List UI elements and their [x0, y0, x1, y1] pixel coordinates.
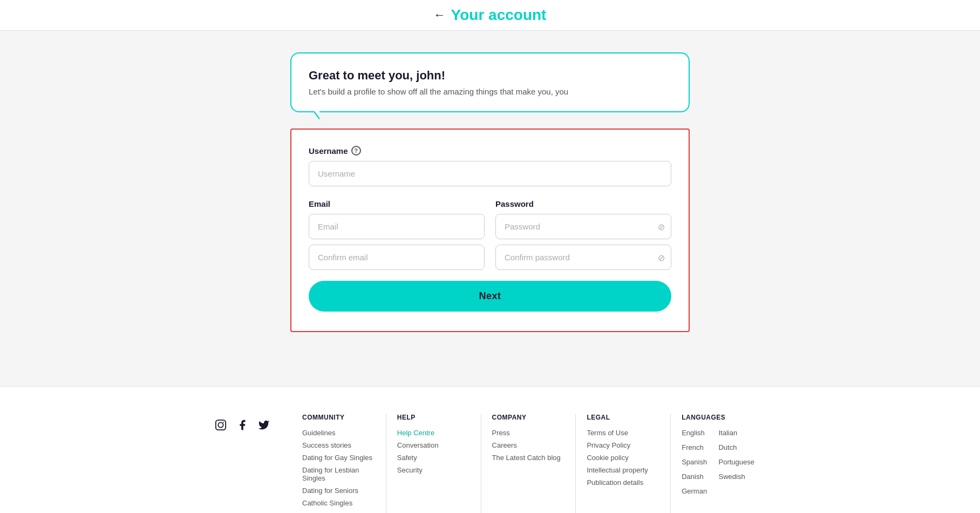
account-form: Username ? Email Password ⊘	[290, 129, 690, 332]
instagram-icon[interactable]	[215, 419, 227, 434]
footer-link-gay[interactable]: Dating for Gay Singles	[302, 454, 375, 462]
footer-languages-col: LANGUAGES English Italian French Dutch S…	[671, 414, 765, 513]
username-field-group: Username ?	[309, 146, 671, 195]
footer-link-helpcentre[interactable]: Help Centre	[397, 429, 470, 437]
lang-swedish[interactable]: Swedish	[718, 473, 754, 481]
footer-link-blog[interactable]: The Latest Catch blog	[492, 454, 565, 462]
page-header: ← Your account	[0, 0, 980, 31]
svg-point-2	[223, 422, 224, 423]
bubble-greeting: Great to meet you, john!	[309, 69, 671, 83]
footer-link-press[interactable]: Press	[492, 429, 565, 437]
twitter-icon[interactable]	[258, 419, 270, 434]
page-title: Your account	[451, 6, 547, 24]
svg-rect-0	[216, 420, 226, 430]
facebook-icon[interactable]	[236, 419, 248, 434]
footer-link-safety[interactable]: Safety	[397, 454, 470, 462]
footer-links: COMMUNITY Guidelines Success stories Dat…	[291, 414, 765, 513]
lang-spanish[interactable]: Spanish	[682, 458, 713, 466]
footer-link-privacy[interactable]: Privacy Policy	[587, 441, 659, 449]
lang-italian[interactable]: Italian	[718, 429, 754, 437]
footer-link-terms[interactable]: Terms of Use	[587, 429, 659, 437]
password-group: ⊘ ⊘	[495, 214, 671, 270]
lang-danish[interactable]: Danish	[682, 473, 713, 481]
languages-grid: English Italian French Dutch Spanish Por…	[682, 429, 754, 500]
password-column: Password ⊘ ⊘	[495, 199, 671, 270]
confirm-password-input-wrapper: ⊘	[495, 245, 671, 270]
languages-title: LANGUAGES	[682, 414, 754, 421]
lang-french[interactable]: French	[682, 443, 713, 451]
lang-english[interactable]: English	[682, 429, 713, 437]
email-input[interactable]	[309, 214, 485, 239]
legal-title: LEGAL	[587, 414, 659, 421]
footer-link-conversation[interactable]: Conversation	[397, 441, 470, 449]
footer-link-success[interactable]: Success stories	[302, 441, 375, 449]
svg-point-1	[218, 422, 223, 427]
footer-link-publication[interactable]: Publication details	[587, 478, 659, 487]
password-input-wrapper: ⊘	[495, 214, 671, 239]
footer-link-seniors[interactable]: Dating for Seniors	[302, 487, 375, 495]
back-arrow-icon[interactable]: ←	[434, 8, 446, 22]
footer: COMMUNITY Guidelines Success stories Dat…	[0, 386, 980, 513]
lang-german[interactable]: German	[682, 487, 713, 495]
footer-link-lesbian[interactable]: Dating for Lesbian Singles	[302, 466, 375, 482]
password-label: Password	[495, 199, 671, 208]
footer-link-catholic[interactable]: Catholic Singles	[302, 499, 375, 507]
lang-portuguese[interactable]: Portuguese	[718, 458, 754, 466]
footer-link-careers[interactable]: Careers	[492, 441, 565, 449]
password-input[interactable]	[495, 214, 671, 239]
email-column: Email	[309, 199, 485, 270]
footer-link-cookie[interactable]: Cookie policy	[587, 454, 659, 462]
username-label: Username ?	[309, 146, 671, 156]
confirm-password-input[interactable]	[495, 245, 671, 270]
confirm-password-toggle-icon[interactable]: ⊘	[658, 252, 665, 262]
username-help-icon[interactable]: ?	[351, 146, 361, 156]
footer-company-col: COMPANY Press Careers The Latest Catch b…	[481, 414, 576, 513]
company-title: COMPANY	[492, 414, 565, 421]
confirm-email-input[interactable]	[309, 245, 485, 270]
footer-link-ip[interactable]: Intellectual property	[587, 466, 659, 474]
email-password-row: Email Password ⊘ ⊘	[309, 199, 671, 270]
footer-link-security[interactable]: Security	[397, 466, 470, 474]
footer-community-col: COMMUNITY Guidelines Success stories Dat…	[291, 414, 386, 513]
lang-dutch[interactable]: Dutch	[718, 443, 754, 451]
footer-social	[215, 414, 270, 434]
bubble-subtitle: Let's build a profile to show off all th…	[309, 87, 671, 96]
footer-inner: COMMUNITY Guidelines Success stories Dat…	[193, 414, 787, 513]
footer-help-col: HELP Help Centre Conversation Safety Sec…	[386, 414, 481, 513]
community-title: COMMUNITY	[302, 414, 375, 421]
next-button[interactable]: Next	[309, 281, 671, 312]
footer-link-guidelines[interactable]: Guidelines	[302, 429, 375, 437]
email-label: Email	[309, 199, 485, 208]
footer-legal-col: LEGAL Terms of Use Privacy Policy Cookie…	[576, 414, 671, 513]
speech-bubble: Great to meet you, john! Let's build a p…	[290, 52, 690, 112]
main-content: Great to meet you, john! Let's build a p…	[280, 31, 700, 354]
help-title: HELP	[397, 414, 470, 421]
password-toggle-icon[interactable]: ⊘	[658, 221, 665, 232]
username-input[interactable]	[309, 161, 671, 186]
